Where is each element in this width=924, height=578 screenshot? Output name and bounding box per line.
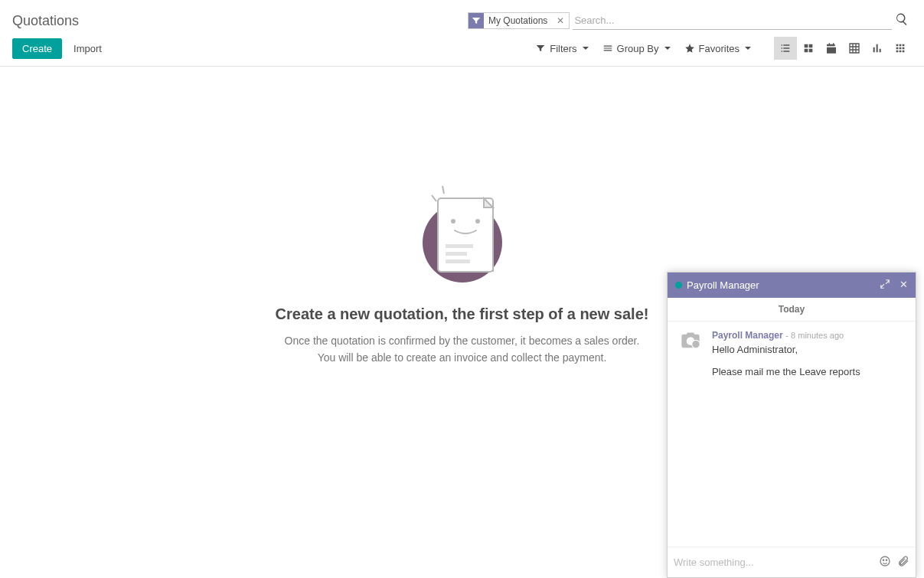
presence-indicator-icon xyxy=(675,282,682,289)
svg-line-10 xyxy=(442,186,444,194)
filters-label: Filters xyxy=(550,43,576,54)
svg-point-15 xyxy=(886,560,886,560)
svg-rect-6 xyxy=(446,244,473,248)
favorites-dropdown[interactable]: Favorites xyxy=(684,43,751,54)
svg-rect-8 xyxy=(446,260,470,263)
avatar-icon: + xyxy=(677,329,704,352)
chat-header[interactable]: Payroll Manager ✕ xyxy=(668,273,916,298)
facet-remove-icon[interactable]: ✕ xyxy=(552,15,569,26)
message-line: Please mail me the Leave reports xyxy=(712,366,906,377)
svg-point-4 xyxy=(451,219,455,224)
group-by-label: Group By xyxy=(617,43,659,54)
svg-rect-7 xyxy=(446,252,467,256)
graph-view-button[interactable] xyxy=(866,37,889,60)
svg-point-14 xyxy=(883,560,883,560)
filter-icon xyxy=(469,13,484,28)
emoji-icon[interactable] xyxy=(879,555,891,570)
empty-state-title: Create a new quotation, the first step o… xyxy=(276,305,649,323)
list-view-button[interactable] xyxy=(774,37,797,60)
search-facet-label: My Quotations xyxy=(484,15,552,26)
favorites-label: Favorites xyxy=(699,43,740,54)
search-area: My Quotations ✕ xyxy=(468,11,912,30)
expand-icon[interactable] xyxy=(880,279,890,292)
filters-dropdown[interactable]: Filters xyxy=(535,43,588,54)
svg-line-9 xyxy=(432,195,436,201)
attachment-icon[interactable] xyxy=(897,555,909,570)
search-icon[interactable] xyxy=(892,12,912,29)
caret-down-icon xyxy=(664,47,671,50)
svg-point-5 xyxy=(475,219,480,224)
message-author: Payroll Manager xyxy=(712,330,783,341)
message-timestamp: - 8 minutes ago xyxy=(785,331,844,340)
svg-point-13 xyxy=(880,557,890,566)
caret-down-icon xyxy=(583,47,589,50)
funnel-icon xyxy=(535,43,546,54)
message-line: Hello Administrator, xyxy=(712,344,906,355)
group-by-dropdown[interactable]: Group By xyxy=(602,43,671,54)
chat-window: Payroll Manager ✕ Today + Payroll Manage… xyxy=(667,272,916,578)
page-title: Quotations xyxy=(12,13,79,29)
chat-body: Today + Payroll Manager - 8 minutes ago … xyxy=(668,298,916,547)
search-input[interactable] xyxy=(573,11,892,30)
chat-date-separator: Today xyxy=(668,298,916,322)
close-icon[interactable]: ✕ xyxy=(900,279,908,292)
empty-document-icon xyxy=(416,181,508,292)
search-facet: My Quotations ✕ xyxy=(468,12,570,29)
chat-input[interactable] xyxy=(674,552,873,573)
caret-down-icon xyxy=(745,47,751,50)
svg-text:+: + xyxy=(694,340,697,348)
empty-state-line2: You will be able to create an invoice an… xyxy=(285,349,640,366)
activity-view-button[interactable] xyxy=(889,37,912,60)
view-switcher xyxy=(774,37,912,60)
chat-title: Payroll Manager xyxy=(687,279,759,291)
star-icon xyxy=(684,43,695,54)
import-button[interactable]: Import xyxy=(64,38,112,59)
list-icon xyxy=(602,43,613,54)
pivot-view-button[interactable] xyxy=(843,37,866,60)
chat-message: + Payroll Manager - 8 minutes ago Hello … xyxy=(668,322,916,385)
calendar-view-button[interactable] xyxy=(820,37,843,60)
kanban-view-button[interactable] xyxy=(797,37,820,60)
create-button[interactable]: Create xyxy=(12,38,62,59)
empty-state-line1: Once the quotation is confirmed by the c… xyxy=(285,332,640,349)
